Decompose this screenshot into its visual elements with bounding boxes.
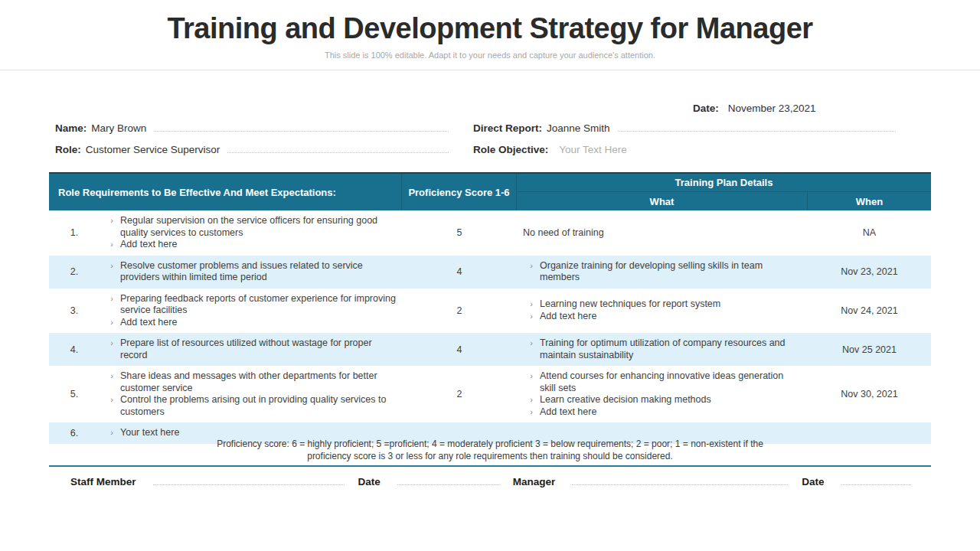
role-dotted-line xyxy=(227,152,449,153)
page-subtitle: This slide is 100% editable. Adapt it to… xyxy=(0,51,980,60)
direct-report-value: Joanne Smith xyxy=(547,122,610,134)
bullet-icon: › xyxy=(103,370,120,394)
requirement-item: › Add text here xyxy=(103,239,396,251)
staff-member-sign-line[interactable] xyxy=(153,484,345,485)
page-title: Training and Development Strategy for Ma… xyxy=(0,12,980,45)
bullet-icon: › xyxy=(103,215,120,239)
requirement-list: › Share ideas and messages with other de… xyxy=(100,366,402,422)
training-when: NA xyxy=(808,210,931,256)
training-what-text: Learning new techniques for report syste… xyxy=(540,298,802,311)
requirement-text: Share ideas and messages with other depa… xyxy=(120,370,396,394)
table-row: 4. › Prepare list of resources utilized … xyxy=(49,333,931,366)
manager-sign-line[interactable] xyxy=(572,484,788,485)
requirement-text: Preparing feedback reports of customer e… xyxy=(120,293,396,317)
name-dotted-line xyxy=(154,131,449,132)
bullet-icon: › xyxy=(523,394,540,406)
requirement-text[interactable]: Add text here xyxy=(120,317,396,329)
name-label: Name: xyxy=(55,122,87,134)
training-what-item: › Learn creative decision making methods xyxy=(523,394,802,406)
training-what-text: Learn creative decision making methods xyxy=(540,394,802,406)
bullet-icon: › xyxy=(103,293,120,317)
manager-label: Manager xyxy=(513,476,556,487)
bullet-icon: › xyxy=(103,337,120,361)
training-table: Role Requirements to Be Effective And Me… xyxy=(49,172,931,444)
requirement-item: › Preparing feedback reports of customer… xyxy=(103,293,396,317)
requirement-list: › Resolve customer problems and issues r… xyxy=(100,256,402,289)
date2-sign-line[interactable] xyxy=(841,484,911,485)
row-number: 4. xyxy=(49,333,100,366)
role-objective-label: Role Objective: xyxy=(473,144,548,155)
header-training-plan-details: Training Plan Details xyxy=(517,174,931,192)
requirement-item: › Control the problems arising out in pr… xyxy=(103,394,396,418)
proficiency-note: Proficiency score: 6 = highly proficient… xyxy=(49,438,931,462)
header-proficiency-score: Proficiency Score 1-6 xyxy=(402,174,517,210)
date1-sign-line[interactable] xyxy=(397,484,499,485)
requirement-list: › Preparing feedback reports of customer… xyxy=(100,289,402,334)
score-value: 4 xyxy=(402,333,517,366)
direct-report-dotted-line xyxy=(618,131,896,132)
bullet-icon: › xyxy=(523,337,540,361)
training-what-item: › Add text here xyxy=(523,406,802,419)
role-field: Role: Customer Service Supervisor xyxy=(55,144,452,155)
date1-label: Date xyxy=(358,476,381,487)
bullet-icon: › xyxy=(103,317,120,329)
role-objective-placeholder[interactable]: Your Text Here xyxy=(559,144,627,155)
row-number: 5. xyxy=(49,366,100,422)
role-objective-field: Role Objective: Your Text Here xyxy=(473,144,899,155)
score-value: 4 xyxy=(402,256,517,289)
training-what-item: › Attend courses for enhancing innovativ… xyxy=(523,370,802,394)
table-row: 1. › Regular supervision on the service … xyxy=(49,210,931,256)
requirement-item: › Share ideas and messages with other de… xyxy=(103,370,396,394)
training-what-item: › Organize training for developing selli… xyxy=(523,260,802,284)
training-when: Nov 23, 2021 xyxy=(808,256,931,289)
training-what-text[interactable]: Add text here xyxy=(540,311,802,323)
name-field: Name: Mary Brown xyxy=(55,122,452,134)
date2-label: Date xyxy=(802,476,824,487)
direct-report-label: Direct Report: xyxy=(473,122,542,134)
date-value: November 23,2021 xyxy=(728,103,816,114)
requirement-item: › Regular supervision on the service off… xyxy=(103,215,396,239)
title-block: Training and Development Strategy for Ma… xyxy=(0,0,980,70)
proficiency-note-text: Proficiency score: 6 = highly proficient… xyxy=(207,438,773,462)
training-when: Nov 25 2021 xyxy=(808,333,931,366)
training-what-text: Training for optimum utilization of comp… xyxy=(540,337,802,361)
slide-canvas: Training and Development Strategy for Ma… xyxy=(0,0,980,551)
requirement-text: Resolve customer problems and issues rel… xyxy=(120,260,396,284)
training-what-item: › Learning new techniques for report sys… xyxy=(523,298,802,311)
score-value: 5 xyxy=(402,210,517,256)
row-number: 1. xyxy=(49,210,100,256)
requirement-item: › Prepare list of resources utilized wit… xyxy=(103,337,396,361)
training-what-text[interactable]: Add text here xyxy=(540,406,802,419)
bullet-icon: › xyxy=(523,406,540,419)
requirement-item: › Resolve customer problems and issues r… xyxy=(103,260,396,284)
row-number: 2. xyxy=(49,256,100,289)
training-what: › Training for optimum utilization of co… xyxy=(517,333,808,366)
training-when: Nov 30, 2021 xyxy=(808,366,931,422)
name-value: Mary Brown xyxy=(91,122,146,134)
score-value: 2 xyxy=(402,289,517,334)
direct-report-field: Direct Report: Joanne Smith xyxy=(473,122,899,134)
bullet-icon: › xyxy=(103,260,120,284)
training-what-item: › Add text here xyxy=(523,311,802,323)
role-value: Customer Service Supervisor xyxy=(86,144,220,155)
bullet-icon: › xyxy=(103,239,120,251)
table-body: 1. › Regular supervision on the service … xyxy=(49,210,931,444)
requirement-text: Regular supervision on the service offic… xyxy=(120,215,396,239)
training-what: No need of training xyxy=(517,210,808,256)
training-what-text: No need of training xyxy=(523,227,802,240)
requirement-list: › Prepare list of resources utilized wit… xyxy=(100,333,402,366)
table-header: Role Requirements to Be Effective And Me… xyxy=(49,172,931,210)
row-number: 3. xyxy=(49,289,100,334)
score-value: 2 xyxy=(402,366,517,422)
header-what: What xyxy=(517,192,808,210)
training-what: › Organize training for developing selli… xyxy=(517,256,808,289)
signature-row: Staff Member Date Manager Date xyxy=(49,476,931,487)
header-role-requirements: Role Requirements to Be Effective And Me… xyxy=(49,174,402,210)
bullet-icon: › xyxy=(103,394,120,418)
training-what-item: › Training for optimum utilization of co… xyxy=(523,337,802,361)
requirement-list: › Regular supervision on the service off… xyxy=(100,210,402,256)
requirement-text: Prepare list of resources utilized witho… xyxy=(120,337,396,361)
bullet-icon: › xyxy=(523,311,540,323)
requirement-text[interactable]: Add text here xyxy=(120,239,396,251)
training-what: › Attend courses for enhancing innovativ… xyxy=(517,366,808,422)
